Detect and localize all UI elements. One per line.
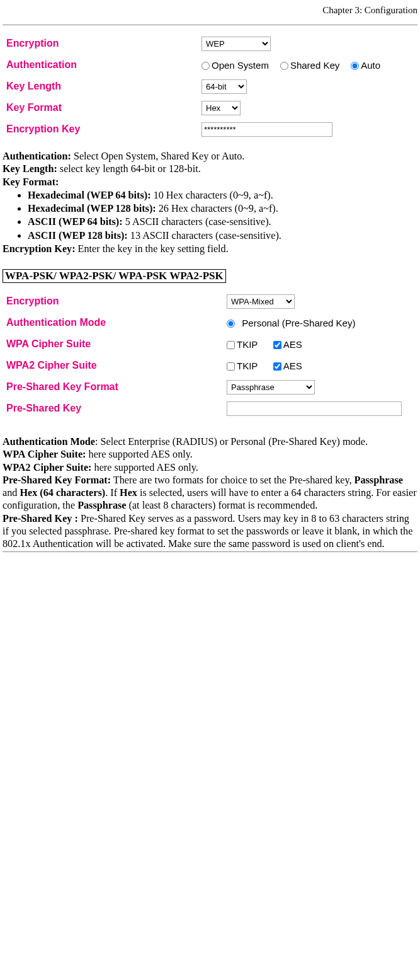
psk-format-label: Pre-Shared Key Format [6,381,201,393]
auth-open-option[interactable]: Open System [201,60,269,71]
psk-input[interactable] [227,401,402,416]
wpa-section-heading: WPA-PSK/ WPA2-PSK/ WPA-PSK WPA2-PSK [3,269,226,283]
wpa-form-screenshot: Encryption WPA-Mixed Authentication Mode… [3,284,417,425]
psk-format-select[interactable]: Passphrase [227,380,315,395]
content-box: Encryption WEP Authentication Open Syste… [3,25,417,552]
wep-description: Authentication: Select Open System, Shar… [3,150,417,255]
wpa2-cipher-label: WPA2 Cipher Suite [6,360,201,371]
wpa-encryption-label: Encryption [6,296,201,307]
encryption-key-label: Encryption Key [6,124,201,135]
wpa-cipher-label: WPA Cipher Suite [6,338,201,350]
auth-auto-option[interactable]: Auto [351,60,380,71]
chapter-heading: Chapter 3: Configuration [3,5,417,16]
key-format-label: Key Format [6,102,201,113]
wpa2-aes-checkbox[interactable]: AES [273,360,302,371]
auth-shared-option[interactable]: Shared Key [280,60,339,71]
wep-form-screenshot: Encryption WEP Authentication Open Syste… [3,26,417,146]
key-length-label: Key Length [6,81,201,92]
list-item: Hexadecimal (WEP 64 bits): 10 Hex charac… [28,189,417,202]
authentication-label: Authentication [6,59,201,71]
psk-label: Pre-Shared Key [6,403,201,414]
wpa2-tkip-checkbox[interactable]: TKIP [227,360,258,371]
wpa-description: Authentication Mode: Select Enterprise (… [3,435,417,550]
encryption-select[interactable]: WEP [201,37,271,51]
list-item: Hexadecimal (WEP 128 bits): 26 Hex chara… [28,202,417,215]
key-length-select[interactable]: 64-bit [201,79,247,94]
encryption-label: Encryption [6,38,201,49]
list-item: ASCII (WEP 128 bits): 13 ASCII character… [28,229,417,242]
auth-mode-label: Authentication Mode [6,317,201,328]
key-format-select[interactable]: Hex [201,101,241,115]
list-item: ASCII (WEP 64 bits): 5 ASCII characters … [28,216,417,228]
wpa-encryption-select[interactable]: WPA-Mixed [227,294,295,309]
wpa-aes-checkbox[interactable]: AES [273,339,302,350]
auth-mode-personal-option[interactable]: Personal (Pre-Shared Key) [227,318,355,328]
encryption-key-input[interactable] [201,122,332,137]
wpa-tkip-checkbox[interactable]: TKIP [227,339,258,350]
